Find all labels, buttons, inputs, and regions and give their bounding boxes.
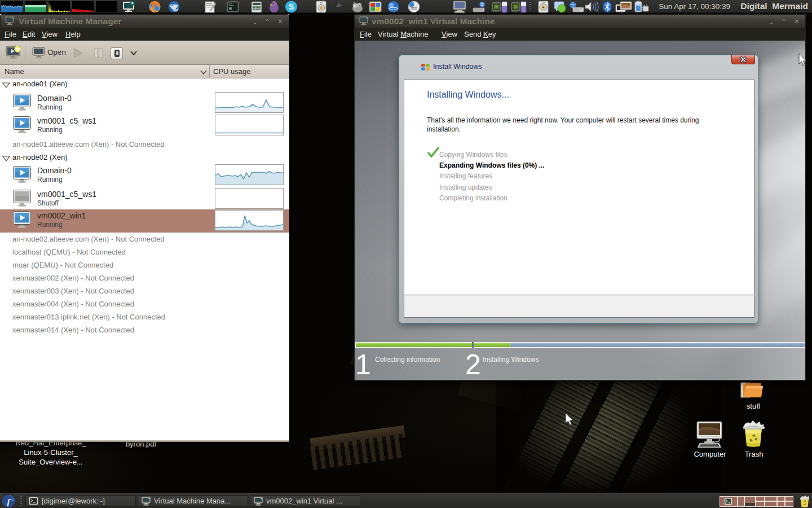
svg-text:S: S: [289, 2, 294, 11]
